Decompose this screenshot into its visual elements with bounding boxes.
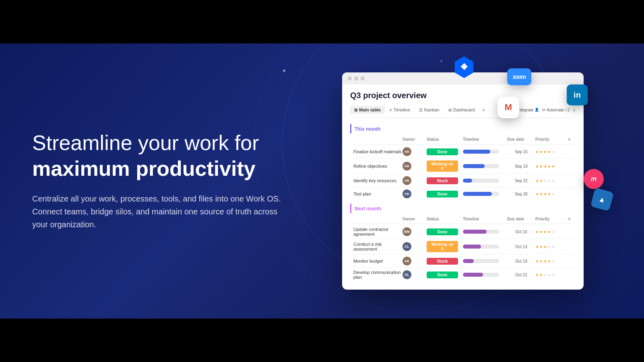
col-add-icon[interactable]: + <box>568 136 571 142</box>
task-name: Conduct a risk assessment <box>350 242 402 251</box>
timeline-bar-container <box>463 179 499 183</box>
star-1: ★ <box>535 164 539 169</box>
tab-dashboard[interactable]: ⊞ Dashboard <box>444 106 479 114</box>
table-header-next-month: Owner Status Timeline Due date Priority … <box>350 214 576 224</box>
owner-cell: AK <box>402 189 427 198</box>
tab-add[interactable]: + <box>480 105 488 115</box>
avatar: DL <box>402 270 411 279</box>
timeline-cell <box>463 245 507 249</box>
tab-dashboard-icon: ⊞ <box>448 108 452 112</box>
due-date: Sep 19 <box>507 164 535 169</box>
status-cell: Done <box>427 272 463 278</box>
star-3: ★ <box>543 164 547 169</box>
star-2: ★ <box>539 179 543 183</box>
status-badge: Done <box>427 272 458 278</box>
avatar: AK <box>402 257 411 265</box>
section-spacer <box>350 200 576 204</box>
star-2: ★ <box>539 164 543 169</box>
tab-timeline[interactable]: ≡ Timeline <box>386 106 414 114</box>
owner-cell: AK <box>402 257 427 265</box>
owner-cell: BM <box>402 227 427 236</box>
col-add-header: + <box>568 136 576 142</box>
status-cell: Done <box>427 148 463 155</box>
star-1: ★ <box>535 273 539 277</box>
task-name: Refine objectives <box>350 164 402 169</box>
table-row: Test plan AK Done Sep 26 ★ ★ ★ <box>350 187 576 200</box>
timeline-bar <box>463 179 472 183</box>
col-duedate-header: Due date <box>507 217 535 221</box>
project-title: Q3 project overview <box>350 91 427 100</box>
avatar: CL <box>402 242 411 251</box>
col-timeline-header: Timeline <box>463 137 507 142</box>
status-badge: Done <box>427 148 458 155</box>
task-name: Test plan <box>350 191 402 196</box>
table-row: Refine objectives AK Working on it Sep 1… <box>350 158 576 174</box>
due-date: Sep 22 <box>507 179 535 183</box>
tab-kanban-icon: ☰ <box>419 108 423 112</box>
timeline-cell <box>463 230 507 234</box>
star-5: ★ <box>551 179 555 183</box>
table-row: Finalize kickoff materials AK Done Sep 1… <box>350 145 576 158</box>
tab-dashboard-label: Dashboard <box>453 107 475 112</box>
owner-cell: DL <box>402 270 427 279</box>
timeline-bar <box>463 230 487 234</box>
stars: ★ ★ ★ ★ ★ <box>535 179 568 183</box>
star-5: ★ <box>551 164 555 169</box>
integrate-avatar: 👤 <box>535 108 539 112</box>
timeline-cell <box>463 164 507 168</box>
timeline-cell <box>463 192 507 196</box>
main-content: ✦ ✦ ✦ ✦ ✦ + + Streamline your work for m… <box>0 43 644 319</box>
star-4: ★ <box>547 179 551 183</box>
window-body: Q3 project overview ··· ⊞ Main table ≡ T… <box>342 84 584 290</box>
star-1: ★ <box>535 179 539 183</box>
star-2: ★ <box>539 230 543 234</box>
status-badge: Stuck <box>427 177 458 184</box>
timeline-bar <box>463 192 492 196</box>
section-next-month: Next month Owner Status Timeline Due dat… <box>350 204 576 282</box>
star-3: ★ <box>543 192 547 196</box>
tab-timeline-label: Timeline <box>394 107 410 112</box>
status-badge: Stuck <box>427 258 458 265</box>
col-add-icon[interactable]: + <box>568 216 571 222</box>
tab-main-table[interactable]: ⊞ Main table <box>350 106 385 114</box>
stars: ★ ★ ★ ★ ★ <box>535 259 568 263</box>
table-row: Conduct a risk assessment CL Working on … <box>350 239 576 255</box>
status-cell: Stuck <box>427 258 463 265</box>
star-4: ★ <box>547 150 551 154</box>
star-5: ★ <box>551 259 555 263</box>
due-date: Sep 26 <box>507 192 535 196</box>
tabs-row: ⊞ Main table ≡ Timeline ☰ Kanban ⊞ Dashb… <box>350 105 576 118</box>
stars: ★ ★ ★ ★ ★ <box>535 245 568 249</box>
star-4: ★ <box>547 245 551 249</box>
star-2: ★ <box>539 273 543 277</box>
tab-kanban[interactable]: ☰ Kanban <box>415 106 444 114</box>
chevron-up-icon[interactable]: ∧ <box>573 108 576 112</box>
star-3: ★ <box>543 179 547 183</box>
avatar: AK <box>402 147 411 156</box>
task-name: Update contractor agreement <box>350 227 402 237</box>
star-1: ★ <box>535 230 539 234</box>
timeline-cell <box>463 259 507 263</box>
table-row: Monitor budget AK Stuck Oct 19 ★ ★ ★ <box>350 255 576 268</box>
window-dot-1 <box>348 76 352 80</box>
owner-cell: CL <box>402 242 427 251</box>
timeline-bar <box>463 150 490 154</box>
stars: ★ ★ ★ ★ ★ <box>535 150 568 154</box>
tab-timeline-icon: ≡ <box>390 108 392 112</box>
col-priority-header: Priority <box>535 137 568 142</box>
stars: ★ ★ ★ ★ ★ <box>535 230 568 234</box>
due-date: Oct 10 <box>507 230 535 234</box>
star-3: ★ <box>543 245 547 249</box>
automate-label: Automate / 2 <box>547 108 570 112</box>
sparkle-4: ✦ <box>440 60 443 63</box>
automate-button[interactable]: ⟳ Automate / 2 <box>542 108 570 112</box>
star-2: ★ <box>539 150 543 154</box>
timeline-cell <box>463 179 507 183</box>
automate-icon: ⟳ <box>542 108 545 112</box>
timeline-bar-container <box>463 150 499 154</box>
task-name: Finalize kickoff materials <box>350 149 402 154</box>
timeline-bar-container <box>463 245 499 249</box>
status-badge: Done <box>427 191 458 197</box>
timeline-bar-container <box>463 192 499 196</box>
timeline-bar-container <box>463 259 499 263</box>
